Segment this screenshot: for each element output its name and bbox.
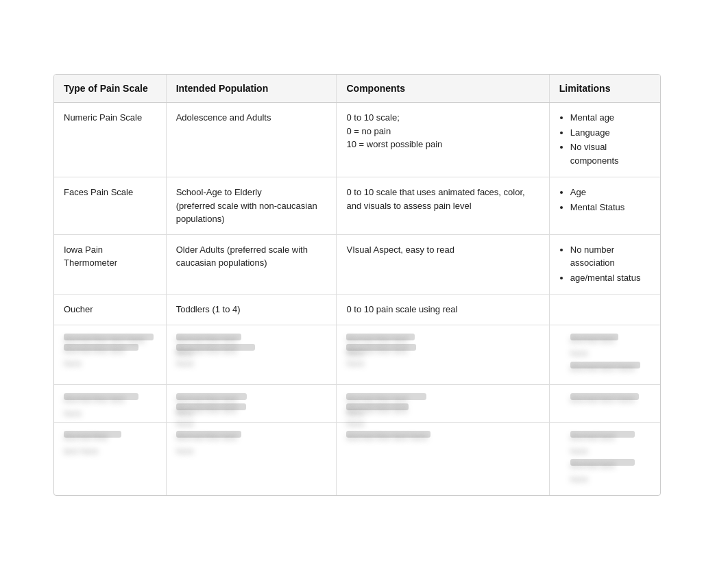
table-row: Numeric Pain ScaleAdolescence and Adults… xyxy=(54,103,660,177)
cell-population: Toddlers (1 to 4) xyxy=(166,295,337,325)
col-header-limitations: Limitations xyxy=(549,75,660,103)
cell-components: 0 to 10 scale that uses animated faces, … xyxy=(337,177,549,235)
pain-scale-table: Type of Pain Scale Intended Population C… xyxy=(53,74,661,496)
cell-limitations: AgeMental Status xyxy=(549,177,660,235)
table-row: Iowa Pain ThermometerOlder Adults (prefe… xyxy=(54,234,660,295)
cell-components: 0 to 10 scale; 0 = no pain 10 = worst po… xyxy=(337,103,549,177)
table-row-blurred: blurred line text hereblurred line text … xyxy=(54,325,660,385)
cell-type: Iowa Pain Thermometer xyxy=(54,234,166,295)
cell-limitations xyxy=(549,295,660,325)
table-header-row: Type of Pain Scale Intended Population C… xyxy=(54,75,660,103)
table-row: OucherToddlers (1 to 4)0 to 10 pain scal… xyxy=(54,295,660,325)
cell-limitations: Mental ageLanguageNo visual components xyxy=(549,103,660,177)
cell-components: 0 to 10 pain scale using real xyxy=(337,295,549,325)
cell-type: Faces Pain Scale xyxy=(54,177,166,235)
col-header-components: Components xyxy=(337,75,549,103)
cell-population: Older Adults (preferred scale with cauca… xyxy=(166,234,337,295)
cell-population: Adolescence and Adults xyxy=(166,103,337,177)
col-header-population: Intended Population xyxy=(166,75,337,103)
table-row-blurred: blurred line text hereblurred line text … xyxy=(54,423,660,496)
cell-population: School-Age to Elderly (preferred scale w… xyxy=(166,177,337,235)
cell-components: VIsual Aspect, easy to read xyxy=(337,234,549,295)
col-header-type: Type of Pain Scale xyxy=(54,75,166,103)
cell-type: Numeric Pain Scale xyxy=(54,103,166,177)
cell-type: Oucher xyxy=(54,295,166,325)
table-row: Faces Pain ScaleSchool-Age to Elderly (p… xyxy=(54,177,660,235)
table-row-blurred: blurred line text hereblurred line text … xyxy=(54,385,660,423)
cell-limitations: No number associationage/mental status xyxy=(549,234,660,295)
